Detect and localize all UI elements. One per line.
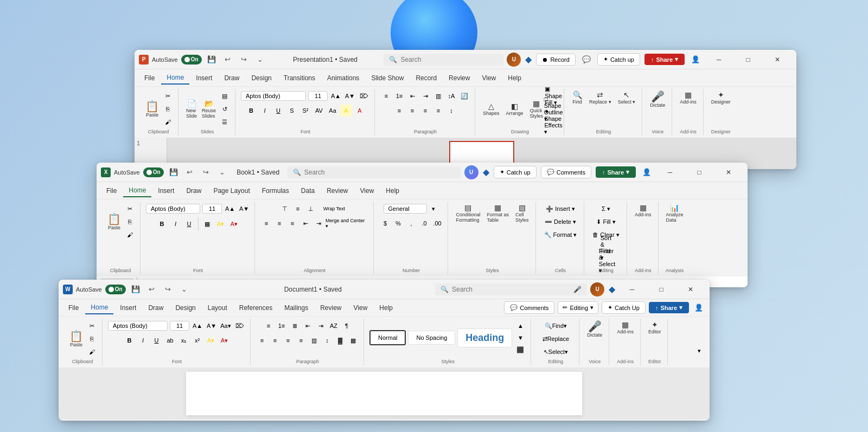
ppt-bold-btn[interactable]: B xyxy=(245,105,257,117)
word-catchup-btn[interactable]: ✦ Catch Up xyxy=(602,301,646,314)
word-styles-down-btn[interactable]: ▼ xyxy=(514,332,526,344)
excel-format-btn[interactable]: 🔧 Format ▾ xyxy=(541,229,579,241)
excel-menu-data[interactable]: Data xyxy=(296,185,320,197)
ppt-smart-art-convert-btn[interactable]: 🔄 xyxy=(458,90,470,102)
word-show-formatting-btn[interactable]: ¶ xyxy=(341,320,353,332)
excel-top-align-btn[interactable]: ⊤ xyxy=(279,203,291,215)
excel-customize-icon[interactable]: ⌄ xyxy=(216,166,229,179)
excel-borders-btn[interactable]: ▦ xyxy=(201,218,213,230)
excel-align-left-btn[interactable]: ≡ xyxy=(260,217,272,229)
word-cut-btn[interactable]: ✂ xyxy=(86,320,98,332)
ppt-align-right-btn[interactable]: ≡ xyxy=(419,105,431,117)
excel-fill-color-btn[interactable]: A▾ xyxy=(215,218,227,230)
ppt-share-btn[interactable]: ↑ Share ▾ xyxy=(644,54,685,65)
excel-search-box[interactable]: 🔍 xyxy=(288,166,461,178)
excel-comments-btn[interactable]: 💬 Comments xyxy=(541,166,591,178)
word-font-color-btn[interactable]: A▾ xyxy=(219,334,231,346)
excel-percent-btn[interactable]: % xyxy=(392,217,404,229)
word-menu-home[interactable]: Home xyxy=(85,301,113,314)
ppt-menu-record[interactable]: Record xyxy=(410,72,442,84)
excel-avatar[interactable]: U xyxy=(464,165,478,179)
ppt-menu-file[interactable]: File xyxy=(139,72,160,84)
excel-copy-btn[interactable]: ⎘ xyxy=(124,216,136,228)
word-underline-btn[interactable]: U xyxy=(151,334,163,346)
word-align-left-btn[interactable]: ≡ xyxy=(256,334,268,346)
word-autosave-toggle[interactable]: On xyxy=(105,285,126,294)
word-person-icon[interactable]: 👤 xyxy=(692,301,705,314)
word-search-mic-icon[interactable]: 🎤 xyxy=(573,286,582,293)
excel-menu-view[interactable]: View xyxy=(355,185,380,197)
word-font-grow-btn[interactable]: A▲ xyxy=(192,320,203,332)
excel-menu-help[interactable]: Help xyxy=(380,185,405,197)
word-customize-icon[interactable]: ⌄ xyxy=(178,283,191,296)
ppt-customize-icon[interactable]: ⌄ xyxy=(254,53,267,66)
ppt-case-btn[interactable]: Aa xyxy=(327,105,339,117)
ppt-menu-review[interactable]: Review xyxy=(443,72,475,84)
word-undo-icon[interactable]: ↩ xyxy=(145,283,158,296)
excel-analyze-data-btn[interactable]: 📊 AnalyzeData xyxy=(664,203,686,224)
word-avatar[interactable]: U xyxy=(590,282,604,296)
ppt-font-size[interactable]: 11 xyxy=(308,91,328,101)
word-menu-file[interactable]: File xyxy=(63,302,84,314)
ppt-person-icon[interactable]: 👤 xyxy=(689,53,702,66)
excel-autosave-toggle[interactable]: On xyxy=(143,167,164,177)
ppt-dictate-btn[interactable]: 🎤 Dictate xyxy=(648,90,667,109)
ppt-undo-icon[interactable]: ↩ xyxy=(221,53,234,66)
word-style-nospacing-btn[interactable]: No Spacing xyxy=(408,331,455,345)
excel-insert-btn[interactable]: ➕ Insert ▾ xyxy=(541,203,579,215)
ppt-char-spacing-btn[interactable]: AV xyxy=(313,105,325,117)
ppt-search-box[interactable]: 🔍 xyxy=(384,54,503,66)
word-menu-references[interactable]: References xyxy=(234,302,278,314)
ppt-reset-btn[interactable]: ↺ xyxy=(219,103,231,115)
word-editing-btn[interactable]: ✏ Editing ▾ xyxy=(558,301,598,314)
word-menu-help[interactable]: Help xyxy=(374,302,398,314)
word-sort-btn[interactable]: AZ xyxy=(328,320,340,332)
word-gem-icon[interactable]: ◆ xyxy=(609,284,615,294)
ppt-format-painter-btn[interactable]: 🖌 xyxy=(162,116,174,128)
excel-font-name[interactable]: Aptos (Body) xyxy=(146,204,200,214)
word-highlight-btn[interactable]: A▾ xyxy=(205,334,217,346)
ppt-record-btn[interactable]: ⏺ Record xyxy=(536,54,575,66)
excel-number-format[interactable]: General xyxy=(384,204,427,214)
word-bold-btn[interactable]: B xyxy=(124,334,136,346)
excel-menu-formulas[interactable]: Formulas xyxy=(257,185,295,197)
excel-font-color-btn[interactable]: A▾ xyxy=(228,218,240,230)
word-font-shrink-btn[interactable]: A▼ xyxy=(206,320,218,332)
excel-menu-review[interactable]: Review xyxy=(321,185,353,197)
word-menu-insert[interactable]: Insert xyxy=(114,302,142,314)
excel-bold-btn[interactable]: B xyxy=(156,218,168,230)
word-clear-format-btn[interactable]: ⌦ xyxy=(234,320,246,332)
excel-currency-btn[interactable]: $ xyxy=(379,217,391,229)
ppt-italic-btn[interactable]: I xyxy=(259,105,271,117)
excel-paste-btn[interactable]: 📋 Paste xyxy=(105,212,123,231)
ppt-font-grow-btn[interactable]: A▲ xyxy=(330,90,342,102)
word-share-btn[interactable]: ↑ Share ▾ xyxy=(649,302,689,313)
word-bullets-btn[interactable]: ≡ xyxy=(263,320,275,332)
excel-menu-draw[interactable]: Draw xyxy=(181,185,207,197)
excel-italic-btn[interactable]: I xyxy=(170,218,182,230)
word-borders-btn[interactable]: ▦ xyxy=(347,334,359,346)
ppt-minimize-btn[interactable]: ─ xyxy=(706,51,731,68)
ppt-search-input[interactable] xyxy=(400,56,498,63)
word-copy-btn[interactable]: ⎘ xyxy=(86,333,98,345)
word-editor-btn[interactable]: ✦ Editor xyxy=(646,320,663,336)
excel-close-btn[interactable]: ✕ xyxy=(716,164,741,181)
ppt-line-spacing-btn[interactable]: ↕ xyxy=(445,105,457,117)
ppt-increase-indent-btn[interactable]: ⇥ xyxy=(419,90,431,102)
excel-addins-btn[interactable]: ▦ Add-ins xyxy=(633,203,654,218)
word-columns-btn[interactable]: ▥ xyxy=(308,334,320,346)
word-numbering-btn[interactable]: 1≡ xyxy=(276,320,288,332)
word-replace-btn[interactable]: ⇄ Replace xyxy=(537,333,575,345)
excel-increase-decimal-btn[interactable]: .0 xyxy=(418,217,430,229)
excel-underline-btn[interactable]: U xyxy=(183,218,195,230)
word-maximize-btn[interactable]: □ xyxy=(649,281,674,298)
word-align-right-btn[interactable]: ≡ xyxy=(282,334,294,346)
excel-menu-pagelayout[interactable]: Page Layout xyxy=(208,185,255,197)
word-menu-layout[interactable]: Layout xyxy=(202,302,233,314)
ppt-menu-home[interactable]: Home xyxy=(161,72,189,85)
word-justify-btn[interactable]: ≡ xyxy=(295,334,307,346)
word-close-btn[interactable]: ✕ xyxy=(678,281,703,298)
ppt-redo-icon[interactable]: ↪ xyxy=(238,53,251,66)
excel-search-input[interactable] xyxy=(304,169,402,176)
word-paste-btn[interactable]: 📋 Paste xyxy=(67,330,85,349)
